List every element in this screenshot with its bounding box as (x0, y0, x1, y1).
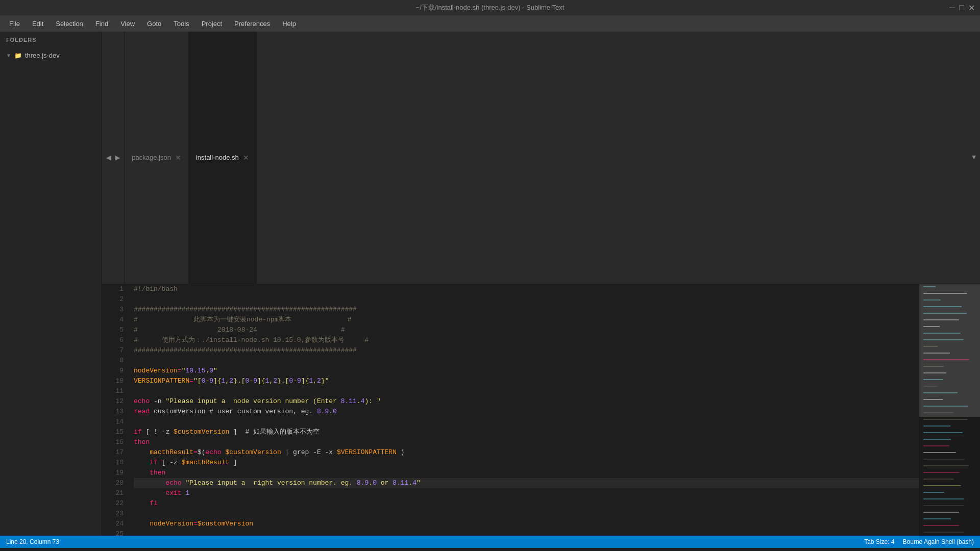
menu-find[interactable]: Find (90, 18, 113, 30)
code-line: then (134, 468, 919, 478)
code-line (134, 417, 919, 427)
menu-file[interactable]: File (4, 18, 25, 30)
code-line: ########################################… (134, 305, 919, 315)
tab-dropdown-button[interactable]: ▼ (968, 32, 980, 284)
status-bar-left: Line 20, Column 73 (6, 538, 59, 545)
code-line: if [ -z $macthResult ] (134, 458, 919, 468)
maximize-button[interactable]: □ (959, 3, 964, 12)
content-area: ◀ ▶ package.json ✕ install-node.sh ✕ ▼ 1… (102, 32, 980, 536)
arrow-icon: ▼ (6, 53, 11, 58)
line-number: 4 (102, 315, 124, 325)
line-number: 20 (102, 478, 124, 488)
close-button[interactable]: ✕ (968, 3, 975, 13)
line-number: 22 (102, 498, 124, 509)
menu-edit[interactable]: Edit (27, 18, 48, 30)
menu-help[interactable]: Help (277, 18, 301, 30)
tab-close-install-node[interactable]: ✕ (243, 154, 249, 162)
code-line: macthResult=$(echo $customVersion | grep… (134, 447, 919, 458)
sidebar-header: FOLDERS (0, 32, 102, 48)
menu-goto[interactable]: Goto (142, 18, 166, 30)
line-number: 5 (102, 325, 124, 335)
code-line (134, 529, 919, 536)
sidebar: FOLDERS ▼ 📁 three.js-dev (0, 32, 102, 536)
line-number: 21 (102, 488, 124, 498)
folder-name: three.js-dev (25, 52, 60, 59)
code-line (134, 294, 919, 305)
prev-tab-button[interactable]: ◀ (104, 153, 113, 163)
menu-bar: File Edit Selection Find View Goto Tools… (0, 15, 980, 32)
menu-tools[interactable]: Tools (168, 18, 194, 30)
status-position[interactable]: Line 20, Column 73 (6, 538, 59, 545)
title-bar: ~/下载/install-node.sh (three.js-dev) - Su… (0, 0, 980, 15)
status-language[interactable]: Bourne Again Shell (bash) (903, 538, 974, 545)
status-bar: Line 20, Column 73 Tab Size: 4 Bourne Ag… (0, 536, 980, 548)
line-number: 18 (102, 458, 124, 468)
window-title: ~/下载/install-node.sh (three.js-dev) - Su… (416, 3, 565, 12)
line-number: 1 (102, 284, 124, 294)
tab-nav-buttons: ◀ ▶ (102, 32, 125, 284)
line-number: 25 (102, 529, 124, 536)
code-line: then (134, 437, 919, 447)
menu-preferences[interactable]: Preferences (229, 18, 275, 30)
menu-selection[interactable]: Selection (51, 18, 88, 30)
line-number: 11 (102, 386, 124, 396)
code-line: echo "Please input a right version numbe… (134, 478, 919, 488)
code-line: if [ ! -z $customVersion ] # 如果输入的版本不为空 (134, 427, 919, 437)
code-line: # 此脚本为一键安装node-npm脚本 # (134, 315, 919, 325)
main-layout: FOLDERS ▼ 📁 three.js-dev ◀ ▶ package.jso… (0, 32, 980, 536)
tab-label-install-node: install-node.sh (196, 154, 239, 161)
code-area[interactable]: #!/bin/bash ############################… (129, 284, 919, 536)
sidebar-item-threejs[interactable]: ▼ 📁 three.js-dev (0, 50, 102, 61)
code-line: VERSIONPATTERN="[0-9]{1,2}.[0-9]{1,2}.[0… (134, 376, 919, 386)
tab-package-json[interactable]: package.json ✕ (125, 32, 189, 284)
line-numbers: 1234567891011121314151617181920212223242… (102, 284, 129, 536)
code-line: exit 1 (134, 488, 919, 498)
line-number: 7 (102, 345, 124, 356)
code-line: # 2018-08-24 # (134, 325, 919, 335)
code-line (134, 386, 919, 396)
status-tab-size[interactable]: Tab Size: 4 (864, 538, 894, 545)
status-bar-right: Tab Size: 4 Bourne Again Shell (bash) (864, 538, 974, 545)
line-number: 8 (102, 356, 124, 366)
menu-project[interactable]: Project (197, 18, 227, 30)
tab-install-node[interactable]: install-node.sh ✕ (189, 32, 257, 284)
code-line: #!/bin/bash (134, 284, 919, 294)
code-line: nodeVersion="10.15.0" (134, 366, 919, 376)
line-number: 24 (102, 519, 124, 529)
code-line: fi (134, 498, 919, 509)
folder-icon: 📁 (14, 52, 22, 59)
minimize-button[interactable]: ─ (949, 3, 955, 12)
line-number: 23 (102, 509, 124, 519)
line-number: 10 (102, 376, 124, 386)
line-number: 17 (102, 447, 124, 458)
code-line: # 使用方式为：./install-node.sh 10.15.0,参数为版本号… (134, 335, 919, 345)
line-number: 12 (102, 396, 124, 407)
line-number: 15 (102, 427, 124, 437)
code-line: ########################################… (134, 345, 919, 356)
code-line: read customVersion # user custom version… (134, 407, 919, 417)
next-tab-button[interactable]: ▶ (113, 153, 122, 163)
editor: 1234567891011121314151617181920212223242… (102, 284, 980, 536)
tab-bar: ◀ ▶ package.json ✕ install-node.sh ✕ ▼ (102, 32, 980, 284)
line-number: 2 (102, 294, 124, 305)
line-number: 14 (102, 417, 124, 427)
code-line (134, 509, 919, 519)
line-number: 16 (102, 437, 124, 447)
code-line: nodeVersion=$customVersion (134, 519, 919, 529)
line-number: 19 (102, 468, 124, 478)
line-number: 9 (102, 366, 124, 376)
line-number: 3 (102, 305, 124, 315)
tab-close-package-json[interactable]: ✕ (175, 154, 181, 162)
code-line: echo -n "Please input a node version num… (134, 396, 919, 407)
menu-view[interactable]: View (115, 18, 140, 30)
window-controls: ─ □ ✕ (949, 3, 975, 13)
tab-label-package-json: package.json (132, 154, 171, 161)
line-number: 13 (102, 407, 124, 417)
line-number: 6 (102, 335, 124, 345)
code-line (134, 356, 919, 366)
folder-tree: ▼ 📁 three.js-dev (0, 48, 102, 63)
minimap[interactable] (919, 284, 980, 536)
